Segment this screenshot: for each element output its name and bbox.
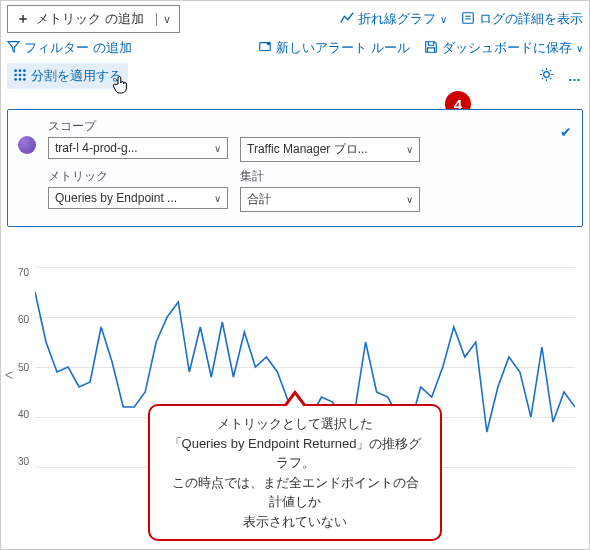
y-tick: 30 xyxy=(7,456,29,467)
more-button[interactable]: … xyxy=(568,69,583,84)
agg-label: 集計 xyxy=(240,168,420,185)
save-dashboard-label: ダッシュボードに保存 xyxy=(442,39,572,57)
add-metric-label: メトリック の追加 xyxy=(36,10,144,28)
svg-point-6 xyxy=(14,69,17,72)
gear-icon xyxy=(539,67,554,82)
add-filter-button[interactable]: フィルター の追加 xyxy=(7,39,132,57)
check-icon: ✔ xyxy=(560,124,572,140)
svg-marker-3 xyxy=(8,42,19,53)
metric-value: Queries by Endpoint ... xyxy=(55,191,177,205)
callout2-line4: 表示されていない xyxy=(168,512,422,532)
svg-point-14 xyxy=(23,78,26,81)
namespace-select[interactable]: Traffic Manager プロ... ∨ xyxy=(240,137,420,162)
alert-icon xyxy=(258,40,272,57)
globe-icon xyxy=(18,136,36,154)
scope-label: スコープ xyxy=(48,118,228,135)
svg-rect-0 xyxy=(463,12,474,23)
svg-point-13 xyxy=(19,78,22,81)
new-alert-button[interactable]: 新しいアラート ルール xyxy=(258,39,410,57)
add-metric-button[interactable]: ＋ メトリック の追加 ∨ xyxy=(7,5,180,33)
chevron-down-icon: ∨ xyxy=(406,144,413,155)
namespace-value: Traffic Manager プロ... xyxy=(247,141,368,158)
callout2-line1: メトリックとして選択した xyxy=(168,414,422,434)
chevron-down-icon: ∨ xyxy=(440,14,447,25)
metric-select[interactable]: Queries by Endpoint ... ∨ xyxy=(48,187,228,209)
svg-point-12 xyxy=(14,78,17,81)
log-details-label: ログの詳細を表示 xyxy=(479,10,583,28)
log-icon xyxy=(461,11,475,28)
log-details-button[interactable]: ログの詳細を表示 xyxy=(461,10,583,28)
save-icon xyxy=(424,40,438,57)
chevron-down-icon: ∨ xyxy=(214,143,221,154)
agg-value: 合計 xyxy=(247,191,271,208)
chevron-down-icon: ∨ xyxy=(576,43,583,54)
chart-type-button[interactable]: 折れ線グラフ ∨ xyxy=(340,10,447,28)
scope-value: traf-l 4-prod-g... xyxy=(55,141,138,155)
metric-label: メトリック xyxy=(48,168,228,185)
callout2-line3: この時点では、まだ全エンドポイントの合計値しか xyxy=(168,473,422,512)
new-alert-label: 新しいアラート ルール xyxy=(276,39,410,57)
line-chart-icon xyxy=(340,11,354,28)
apply-split-button[interactable]: 分割を適用する xyxy=(7,63,128,89)
cursor-hand-icon xyxy=(112,75,130,99)
svg-point-9 xyxy=(14,73,17,76)
filter-icon xyxy=(7,40,20,56)
add-filter-label: フィルター の追加 xyxy=(24,39,132,57)
svg-point-15 xyxy=(544,72,550,78)
chevron-down-icon: ∨ xyxy=(406,194,413,205)
scope-select[interactable]: traf-l 4-prod-g... ∨ xyxy=(48,137,228,159)
chart-y-axis: 70 60 50 40 30 xyxy=(7,267,33,467)
svg-point-8 xyxy=(23,69,26,72)
y-tick: 70 xyxy=(7,267,29,278)
metric-config-card: ✔ スコープ traf-l 4-prod-g... ∨ メトリック名前空間 Tr… xyxy=(7,109,583,227)
svg-point-5 xyxy=(267,41,271,45)
split-icon xyxy=(13,68,27,85)
svg-point-7 xyxy=(19,69,22,72)
svg-point-10 xyxy=(19,73,22,76)
callout-chart-description: メトリックとして選択した 「Queries by Endpoint Return… xyxy=(148,404,442,541)
y-tick: 60 xyxy=(7,314,29,325)
callout2-line2: 「Queries by Endpoint Returned」の推移グラフ。 xyxy=(168,434,422,473)
y-tick: 50 xyxy=(7,362,29,373)
agg-select[interactable]: 合計 ∨ xyxy=(240,187,420,212)
save-dashboard-button[interactable]: ダッシュボードに保存 ∨ xyxy=(424,39,583,57)
chevron-down-icon[interactable]: ∨ xyxy=(156,13,171,26)
plus-icon: ＋ xyxy=(16,10,30,28)
settings-button[interactable] xyxy=(539,67,554,85)
y-tick: 40 xyxy=(7,409,29,420)
apply-split-label: 分割を適用する xyxy=(31,67,122,85)
svg-point-11 xyxy=(23,73,26,76)
chart-type-label: 折れ線グラフ xyxy=(358,10,436,28)
chevron-down-icon: ∨ xyxy=(214,193,221,204)
